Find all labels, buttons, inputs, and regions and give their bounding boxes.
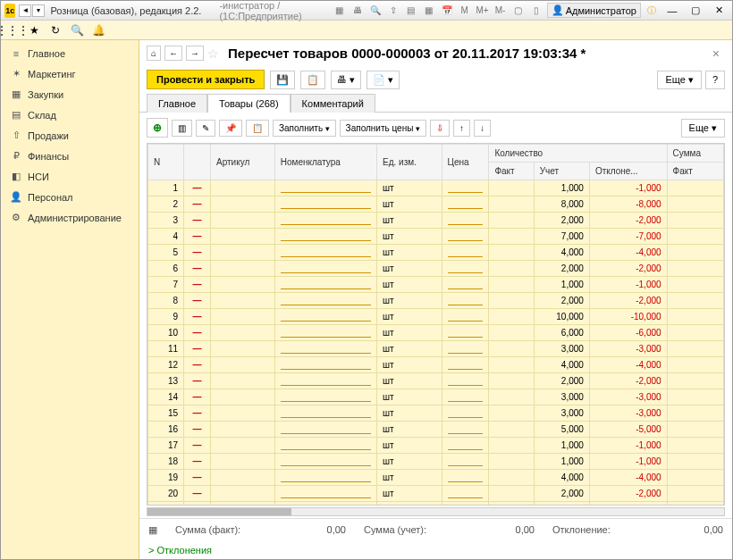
cell-dev[interactable]: -4,000 xyxy=(589,245,667,261)
cell-nom[interactable] xyxy=(274,470,376,486)
m-plus-btn[interactable]: M+ xyxy=(476,4,490,18)
cell-sum[interactable] xyxy=(667,309,723,325)
cell-dev[interactable]: -2,000 xyxy=(589,293,667,309)
table-row[interactable]: 21—шт1,000-1,000 xyxy=(148,502,724,506)
cell-sum[interactable] xyxy=(667,180,723,196)
cell-status[interactable]: — xyxy=(184,293,211,309)
cell-dev[interactable]: -1,000 xyxy=(589,454,667,470)
cell-acc[interactable]: 3,000 xyxy=(534,341,589,357)
cell-status[interactable]: — xyxy=(184,470,211,486)
cell-status[interactable]: — xyxy=(184,486,211,502)
cell-status[interactable]: — xyxy=(184,245,211,261)
cell-acc[interactable]: 4,000 xyxy=(534,357,589,373)
cell-acc[interactable]: 1,000 xyxy=(534,438,589,454)
cell-acc[interactable]: 8,000 xyxy=(534,196,589,213)
cell-dev[interactable]: -3,000 xyxy=(589,389,667,405)
cell-price[interactable] xyxy=(442,373,489,389)
cell-unit[interactable]: шт xyxy=(377,341,442,357)
table-row[interactable]: 9—шт10,000-10,000 xyxy=(148,309,724,325)
calendar-icon[interactable]: 📅 xyxy=(440,4,454,18)
cell-sum[interactable] xyxy=(667,422,723,438)
cell-status[interactable]: — xyxy=(184,277,211,293)
table-row[interactable]: 19—шт4,000-4,000 xyxy=(148,470,724,486)
cell-price[interactable] xyxy=(442,325,489,341)
cell-fact[interactable] xyxy=(489,196,534,213)
cell-fact[interactable] xyxy=(489,261,534,277)
deviations-link[interactable]: Отклонения xyxy=(139,541,732,559)
help-button[interactable]: ? xyxy=(705,71,725,89)
cell-unit[interactable]: шт xyxy=(377,213,442,229)
col-art[interactable]: Артикул xyxy=(211,145,275,180)
cell-nom[interactable] xyxy=(274,325,376,341)
table-row[interactable]: 18—шт1,000-1,000 xyxy=(148,454,724,470)
cell-status[interactable]: — xyxy=(184,454,211,470)
save-button[interactable]: 💾 xyxy=(270,71,295,89)
table-row[interactable]: 12—шт4,000-4,000 xyxy=(148,357,724,373)
cell-n[interactable]: 20 xyxy=(148,486,184,502)
cell-sum[interactable] xyxy=(667,502,723,506)
cell-fact[interactable] xyxy=(489,277,534,293)
cell-acc[interactable]: 2,000 xyxy=(534,293,589,309)
cell-acc[interactable]: 3,000 xyxy=(534,405,589,422)
cell-status[interactable]: — xyxy=(184,180,211,196)
cell-price[interactable] xyxy=(442,389,489,405)
back-button[interactable]: ← xyxy=(164,46,182,61)
cell-status[interactable]: — xyxy=(184,422,211,438)
sidebar-item[interactable]: ⚙Администрирование xyxy=(1,207,139,228)
grid[interactable]: N Артикул Номенклатура Ед. изм. Цена Кол… xyxy=(147,143,725,506)
cell-unit[interactable]: шт xyxy=(377,438,442,454)
cell-art[interactable] xyxy=(211,470,275,486)
cell-art[interactable] xyxy=(211,213,275,229)
table-row[interactable]: 6—шт2,000-2,000 xyxy=(148,261,724,277)
cell-fact[interactable] xyxy=(489,180,534,196)
cell-n[interactable]: 11 xyxy=(148,341,184,357)
cell-dev[interactable]: -1,000 xyxy=(589,438,667,454)
cell-dev[interactable]: -1,000 xyxy=(589,180,667,196)
cell-fact[interactable] xyxy=(489,245,534,261)
cell-acc[interactable]: 10,000 xyxy=(534,309,589,325)
cell-price[interactable] xyxy=(442,261,489,277)
nav-fwd[interactable]: ▾ xyxy=(32,4,45,17)
cell-dev[interactable]: -2,000 xyxy=(589,486,667,502)
report-button[interactable]: 📄 ▾ xyxy=(366,71,400,89)
cell-nom[interactable] xyxy=(274,245,376,261)
sidebar-item[interactable]: ◧НСИ xyxy=(1,166,139,187)
cell-dev[interactable]: -10,000 xyxy=(589,309,667,325)
cell-fact[interactable] xyxy=(489,454,534,470)
table-more-button[interactable]: Еще ▾ xyxy=(681,119,725,138)
post-button[interactable]: 📋 xyxy=(300,71,325,89)
cell-status[interactable]: — xyxy=(184,405,211,422)
col-status[interactable] xyxy=(184,145,211,180)
table-row[interactable]: 2—шт8,000-8,000 xyxy=(148,196,724,213)
table-row[interactable]: 20—шт2,000-2,000 xyxy=(148,486,724,502)
cell-art[interactable] xyxy=(211,438,275,454)
cell-sum[interactable] xyxy=(667,293,723,309)
cell-sum[interactable] xyxy=(667,341,723,357)
cell-art[interactable] xyxy=(211,373,275,389)
cell-art[interactable] xyxy=(211,293,275,309)
cell-unit[interactable]: шт xyxy=(377,309,442,325)
cell-sum[interactable] xyxy=(667,357,723,373)
col-nom[interactable]: Номенклатура xyxy=(274,145,376,180)
sidebar-item[interactable]: ▤Склад xyxy=(1,104,139,125)
cell-art[interactable] xyxy=(211,261,275,277)
cell-dev[interactable]: -5,000 xyxy=(589,422,667,438)
cell-fact[interactable] xyxy=(489,341,534,357)
cell-price[interactable] xyxy=(442,196,489,213)
col-price[interactable]: Цена xyxy=(442,145,489,180)
cell-n[interactable]: 16 xyxy=(148,422,184,438)
cell-n[interactable]: 12 xyxy=(148,357,184,373)
cell-dev[interactable]: -4,000 xyxy=(589,357,667,373)
cell-sum[interactable] xyxy=(667,389,723,405)
pin-button[interactable]: 📌 xyxy=(219,120,242,137)
cell-n[interactable]: 2 xyxy=(148,196,184,213)
cell-nom[interactable] xyxy=(274,502,376,506)
col-n[interactable]: N xyxy=(148,145,184,180)
cell-n[interactable]: 10 xyxy=(148,325,184,341)
cell-art[interactable] xyxy=(211,422,275,438)
cell-sum[interactable] xyxy=(667,325,723,341)
nav-back[interactable]: ◄ xyxy=(19,4,31,17)
cell-acc[interactable]: 1,000 xyxy=(534,502,589,506)
cell-sum[interactable] xyxy=(667,245,723,261)
cell-price[interactable] xyxy=(442,180,489,196)
